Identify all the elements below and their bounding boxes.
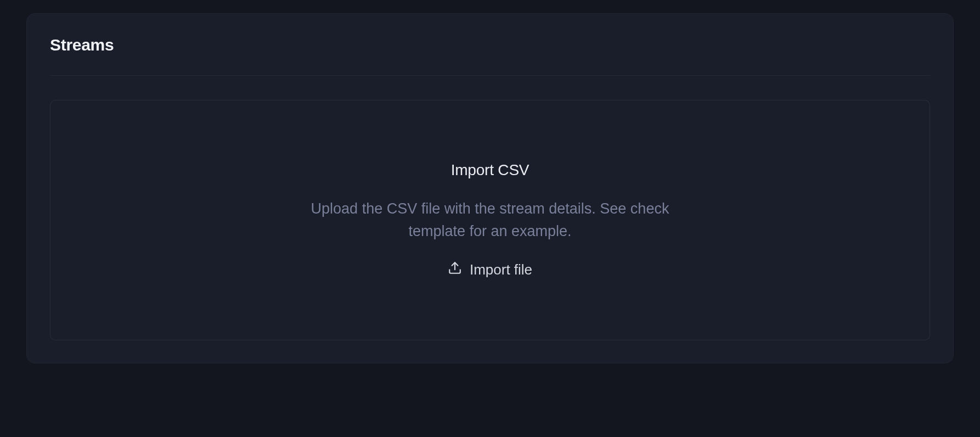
panel-title: Streams [50,36,930,54]
dropzone-content: Import CSV Upload the CSV file with the … [298,161,682,279]
import-button-label: Import file [470,261,532,278]
dropzone-title: Import CSV [451,161,530,179]
streams-panel: Streams Import CSV Upload the CSV file w… [26,13,954,363]
import-file-button[interactable]: Import file [448,261,532,279]
upload-icon [448,261,462,279]
dropzone-description: Upload the CSV file with the stream deta… [298,198,682,242]
panel-divider [50,75,930,76]
csv-dropzone[interactable]: Import CSV Upload the CSV file with the … [50,100,930,340]
